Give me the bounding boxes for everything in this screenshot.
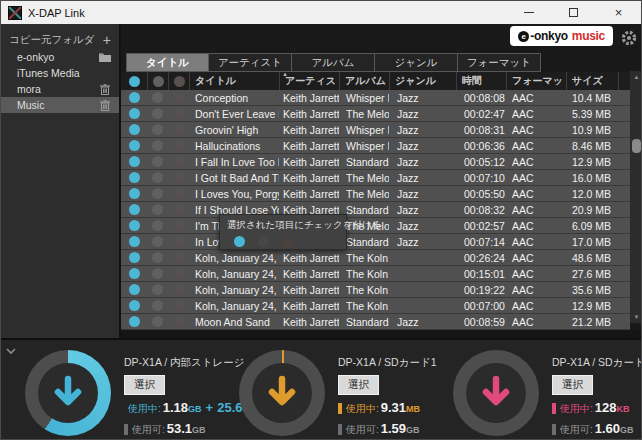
tab-3[interactable]: ジャンル	[375, 53, 458, 72]
add-folder-button[interactable]: +	[103, 33, 111, 47]
device1-check-dot[interactable]	[129, 172, 140, 183]
minimize-button[interactable]	[506, 1, 551, 24]
select-button[interactable]: 選択	[124, 375, 165, 395]
device2-check-dot[interactable]	[152, 236, 163, 247]
column-header-4[interactable]: 時間	[456, 72, 506, 90]
device2-check-dot[interactable]	[152, 188, 163, 199]
column-header-5[interactable]: フォーマット	[506, 72, 566, 90]
device3-check-dot[interactable]	[173, 252, 184, 263]
device1-check-dot[interactable]	[129, 236, 140, 247]
trash-icon[interactable]	[99, 99, 111, 111]
table-row[interactable]: Koln, January 24, 1975Keith JarrettThe K…	[121, 298, 630, 314]
device3-check-dot[interactable]	[173, 140, 184, 151]
sidebar-item-music[interactable]: Music	[1, 97, 119, 113]
table-row[interactable]: In LovKeith JarrettStandards VcJazz00:07…	[121, 234, 630, 250]
transfer-target-button[interactable]	[252, 363, 312, 423]
trash-icon[interactable]	[99, 83, 111, 95]
header-device2-check-column[interactable]	[147, 72, 168, 90]
transfer-target-button[interactable]	[466, 363, 526, 423]
header-device1-check-column[interactable]	[121, 72, 147, 90]
scrollbar-thumb[interactable]	[632, 139, 641, 153]
column-header-6[interactable]: サイズ	[566, 72, 618, 90]
device1-check-dot[interactable]	[129, 124, 140, 135]
device2-check-dot[interactable]	[152, 108, 163, 119]
device2-check-dot[interactable]	[152, 284, 163, 295]
table-row[interactable]: Koln, January 24, 1975Keith JarrettThe K…	[121, 282, 630, 298]
device2-check-dot[interactable]	[152, 300, 163, 311]
table-row[interactable]: I Fall In Love Too EasilKeith JarrettSta…	[121, 154, 630, 170]
device2-check-dot[interactable]	[152, 204, 163, 215]
tab-2[interactable]: アルバム	[292, 53, 375, 72]
device2-check-dot[interactable]	[152, 252, 163, 263]
device3-check-dot[interactable]	[173, 300, 184, 311]
device3-check-dot[interactable]	[173, 316, 184, 327]
column-header-2[interactable]: アルバム	[339, 72, 389, 90]
table-row[interactable]: I Loves You, PorgyKeith JarrettThe Melod…	[121, 186, 630, 202]
scrollbar-track[interactable]	[630, 83, 642, 311]
device3-check-dot[interactable]	[173, 204, 184, 215]
table-row[interactable]: Koln, January 24, 1975Keith JarrettThe K…	[121, 250, 630, 266]
device2-check-dot[interactable]	[152, 316, 163, 327]
select-button[interactable]: 選択	[338, 375, 379, 395]
device1-check-dot[interactable]	[129, 188, 140, 199]
device3-check-dot[interactable]	[173, 92, 184, 103]
maximize-button[interactable]	[551, 1, 596, 24]
header-device3-check-column[interactable]	[168, 72, 189, 90]
device1-check-dot[interactable]	[129, 300, 140, 311]
device3-check-dot[interactable]	[173, 268, 184, 279]
scrollbar-down-icon[interactable]: ▼	[630, 311, 642, 323]
tab-4[interactable]: フォーマット	[458, 53, 541, 72]
select-button[interactable]: 選択	[552, 375, 593, 395]
device1-check-dot[interactable]	[129, 220, 140, 231]
device3-check-dot[interactable]	[173, 108, 184, 119]
device2-check-dot[interactable]	[152, 140, 163, 151]
table-scrollbar[interactable]: ▲ ▼	[630, 71, 642, 323]
eonkyo-music-logo[interactable]: e-onkyomusic	[510, 26, 613, 46]
tab-0[interactable]: タイトル	[126, 53, 209, 72]
table-row[interactable]: Don't Ever Leave MeKeith JarrettThe Melo…	[121, 106, 630, 122]
device2-check-dot[interactable]	[152, 220, 163, 231]
device3-check-dot[interactable]	[173, 188, 184, 199]
device3-check-dot[interactable]	[173, 220, 184, 231]
device2-check-dot[interactable]	[152, 156, 163, 167]
table-row[interactable]: I Got It Bad And ThatKeith JarrettThe Me…	[121, 170, 630, 186]
table-row[interactable]: Koln, January 24, 1975Keith JarrettThe K…	[121, 266, 630, 282]
device1-check-dot[interactable]	[129, 140, 140, 151]
device1-check-dot[interactable]	[129, 316, 140, 327]
device2-check-dot[interactable]	[152, 124, 163, 135]
scrollbar-up-icon[interactable]: ▲	[630, 71, 642, 83]
device1-check-dot[interactable]	[129, 204, 140, 215]
sidebar-item-itunes-media[interactable]: iTunes Media	[1, 65, 119, 81]
table-row[interactable]: If I Should Lose YouKeith JarrettStandar…	[121, 202, 630, 218]
device1-check-dot[interactable]	[129, 156, 140, 167]
device1-check-dot[interactable]	[129, 92, 140, 103]
settings-gear-icon[interactable]	[620, 29, 638, 47]
device2-check-all-dot[interactable]	[153, 76, 164, 87]
device3-check-dot[interactable]	[173, 124, 184, 135]
device1-check-dot[interactable]	[129, 108, 140, 119]
device2-check-dot[interactable]	[152, 268, 163, 279]
device1-check-dot[interactable]	[129, 252, 140, 263]
table-row[interactable]: Moon And SandKeith JarrettStandards VcJa…	[121, 314, 630, 330]
tab-1[interactable]: アーティスト	[209, 53, 292, 72]
column-header-3[interactable]: ジャンル	[389, 72, 456, 90]
device2-check-dot[interactable]	[152, 92, 163, 103]
device3-check-dot[interactable]	[173, 156, 184, 167]
device1-check-dot[interactable]	[129, 268, 140, 279]
table-row[interactable]: HallucinationsKeith JarrettWhisper NotJa…	[121, 138, 630, 154]
sidebar-item-mora[interactable]: mora	[1, 81, 119, 97]
table-row[interactable]: Groovin' HighKeith JarrettWhisper NotJaz…	[121, 122, 630, 138]
device3-check-dot[interactable]	[173, 236, 184, 247]
device3-check-dot[interactable]	[173, 284, 184, 295]
device3-check-dot[interactable]	[173, 172, 184, 183]
device3-check-all-dot[interactable]	[174, 76, 185, 87]
device1-check-all-dot[interactable]	[129, 76, 140, 87]
device2-check-dot[interactable]	[152, 172, 163, 183]
column-header-1[interactable]: ▲アーティスト	[279, 72, 339, 90]
column-header-0[interactable]: タイトル	[189, 72, 279, 90]
close-button[interactable]: ×	[596, 1, 641, 24]
table-row[interactable]: ConceptionKeith JarrettWhisper NotJazz00…	[121, 90, 630, 106]
device1-check-dot[interactable]	[129, 284, 140, 295]
sidebar-item-e-onkyo[interactable]: e-onkyo	[1, 49, 119, 65]
transfer-target-button[interactable]	[38, 363, 98, 423]
